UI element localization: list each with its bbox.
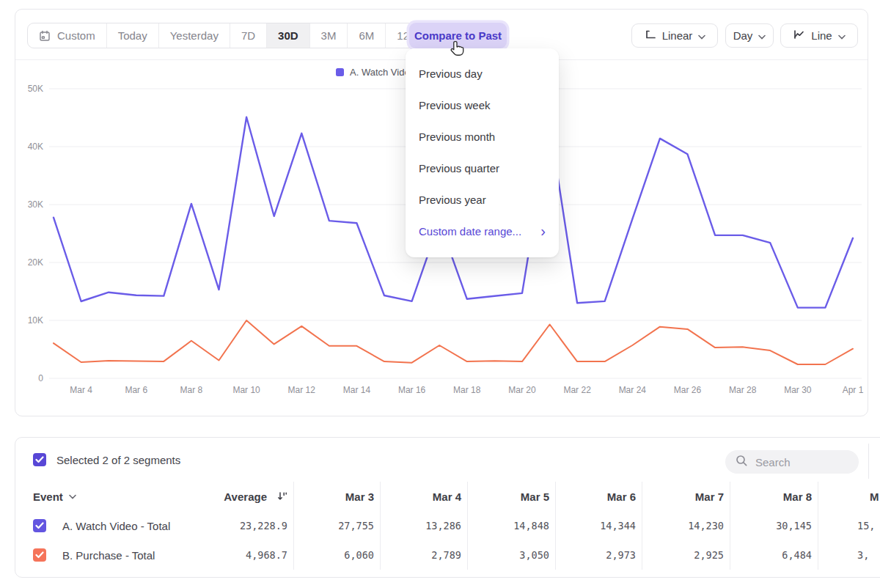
x-axis-label: Mar 14 [343, 385, 371, 395]
column-header-date: Mar 6 [556, 482, 642, 511]
x-axis-label: Mar 26 [674, 385, 702, 395]
event-name: A. Watch Video - Total [62, 520, 170, 532]
table-cell: 2,789 [381, 540, 468, 570]
menu-item-previous-day[interactable]: Previous day [406, 58, 559, 89]
segments-summary: Selected 2 of 2 segments [56, 454, 180, 466]
table-cell: 13,286 [381, 511, 468, 540]
table-cell: 30,145 [730, 511, 818, 540]
custom-date-range-label: Custom date range... [419, 225, 521, 238]
x-axis-label: Mar 12 [288, 385, 316, 395]
table-row-label[interactable]: B. Purchase - Total [15, 540, 191, 570]
table-cell: 14,230 [642, 511, 730, 540]
header-right-divider [868, 444, 869, 479]
row-checkbox[interactable] [33, 519, 46, 532]
column-header-date: Mar 5 [468, 482, 556, 511]
series-line-b[interactable] [54, 320, 853, 364]
search-icon [736, 455, 748, 470]
table-cell: 14,344 [556, 511, 642, 540]
x-axis-label: Mar 20 [508, 385, 536, 395]
mouse-cursor-hand [449, 40, 466, 62]
event-header-label: Event [33, 490, 63, 503]
table-cell: 14,848 [468, 511, 556, 540]
compare-to-past-menu: Previous dayPrevious weekPrevious monthP… [406, 48, 559, 257]
table-cell: 3,050 [468, 540, 556, 570]
y-axis-label: 0 [38, 373, 43, 383]
menu-item-custom-date-range[interactable]: Custom date range... › [406, 216, 559, 247]
x-axis-label: Mar 18 [453, 385, 481, 395]
y-axis-label: 50K [28, 84, 43, 94]
y-axis-label: 10K [28, 315, 43, 326]
x-axis-label: Apr 1 [843, 385, 864, 395]
table-cell: 6,484 [730, 540, 818, 570]
column-header-date: M [818, 482, 880, 511]
table-cell: 2,973 [556, 540, 642, 570]
average-header-label: Average [224, 490, 267, 503]
column-header-date: Mar 3 [294, 482, 381, 511]
column-header-event[interactable]: Event [15, 482, 191, 511]
column-header-average[interactable]: Average [191, 482, 294, 511]
chevron-down-icon [69, 494, 76, 499]
search-placeholder: Search [755, 456, 791, 468]
x-axis-label: Mar 4 [70, 385, 92, 395]
chevron-right-icon: › [540, 224, 546, 238]
table-cell: 3, [818, 540, 880, 570]
x-axis-label: Mar 6 [125, 385, 147, 395]
segments-header-row: Selected 2 of 2 segments Search [15, 438, 880, 482]
compare-menu-items: Previous dayPrevious weekPrevious monthP… [406, 58, 559, 216]
event-name: B. Purchase - Total [62, 549, 155, 562]
x-axis-label: Mar 24 [619, 385, 647, 395]
x-axis-label: Mar 10 [232, 385, 260, 395]
x-axis-label: Mar 28 [729, 385, 757, 395]
column-header-date: Mar 8 [730, 482, 818, 511]
menu-item-previous-year[interactable]: Previous year [406, 184, 559, 216]
table-cell: 15, [818, 511, 880, 540]
table-cell: 23,228.9 [191, 511, 294, 540]
table-cell: 4,968.7 [191, 540, 294, 570]
segments-table-card: Selected 2 of 2 segments Search EventAve… [15, 437, 880, 578]
row-checkbox[interactable] [33, 548, 46, 562]
y-axis-label: 20K [28, 257, 43, 268]
y-axis-label: 40K [28, 142, 43, 152]
table-cell: 2,925 [642, 540, 730, 570]
menu-item-previous-quarter[interactable]: Previous quarter [406, 152, 559, 184]
x-axis-label: Mar 8 [180, 385, 203, 395]
x-axis-label: Mar 30 [784, 385, 812, 395]
x-axis-label: Mar 16 [398, 385, 426, 395]
legend-swatch [336, 68, 344, 76]
search-input[interactable]: Search [725, 450, 859, 474]
segments-table: EventAverageMar 3Mar 4Mar 5Mar 6Mar 7Mar… [15, 482, 880, 570]
menu-item-previous-month[interactable]: Previous month [406, 121, 559, 152]
select-all-checkbox[interactable] [33, 453, 46, 466]
column-header-date: Mar 7 [642, 482, 730, 511]
sort-descending-icon [272, 491, 287, 501]
x-axis-label: Mar 22 [563, 385, 591, 395]
table-row-label[interactable]: A. Watch Video - Total [15, 511, 191, 540]
y-axis-label: 30K [28, 199, 43, 210]
table-cell: 6,060 [294, 540, 381, 570]
column-header-date: Mar 4 [381, 482, 468, 511]
menu-item-previous-week[interactable]: Previous week [406, 89, 559, 121]
table-cell: 27,755 [294, 511, 381, 540]
